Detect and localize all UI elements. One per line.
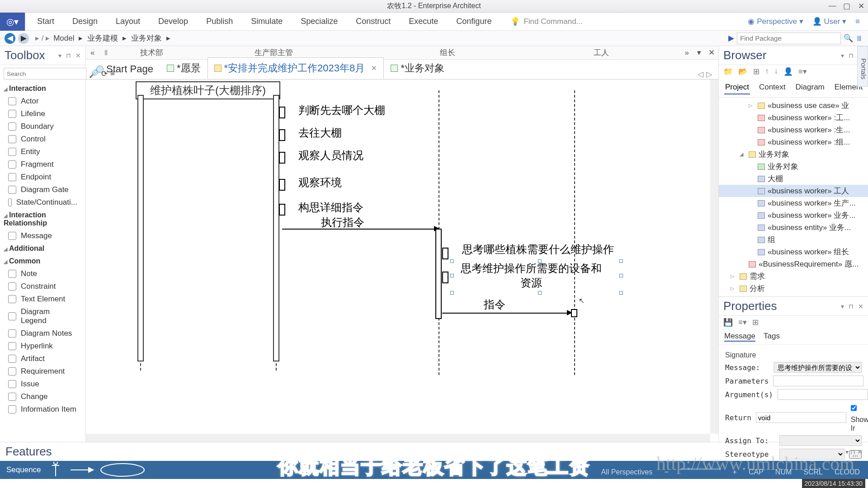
toolbox-item[interactable]: Control [0, 133, 85, 145]
close-icon[interactable]: ✕ [705, 48, 718, 57]
close-icon[interactable]: ✕ [857, 2, 865, 10]
toolbox-item[interactable]: Diagram Notes [0, 327, 85, 340]
toolbox-item[interactable]: Actor [0, 95, 85, 108]
perspective-dropdown[interactable]: ◉ Perspective ▾ [748, 17, 803, 26]
toolbox-item[interactable]: Text Element [0, 293, 85, 305]
browser-tab-project[interactable]: Project [724, 81, 750, 94]
expand-icon[interactable]: ◢ [740, 151, 746, 157]
breadcrumb-part[interactable]: Model [53, 34, 74, 43]
breadcrumb-part[interactable]: 业务对象 [131, 33, 162, 43]
tree-row[interactable]: «business worker» :工... [719, 112, 868, 124]
menu-construct[interactable]: Construct [355, 13, 392, 30]
message[interactable]: 观察环境 [298, 175, 342, 190]
toolbox-item[interactable]: Message [0, 230, 85, 242]
show-checkbox[interactable] [851, 403, 857, 413]
toolbox-item[interactable]: Endpoint [0, 171, 85, 183]
hamburger-icon[interactable]: ≡▾ [798, 67, 807, 76]
message-dropdown[interactable]: 思考维护操作所需要的设 [774, 362, 862, 373]
selection-handle[interactable] [619, 291, 623, 295]
browser-tab-diagram[interactable]: Diagram [795, 81, 826, 94]
assign-dropdown[interactable] [779, 435, 862, 446]
diagram-canvas[interactable]: 维护植株叶子(大棚排序) 判断先去哪个大棚 去往大棚 观察人员情况 观察环境 构… [86, 80, 718, 442]
nav-forward-icon[interactable]: ▶ [18, 33, 29, 44]
expand-icon[interactable]: ▷ [731, 273, 737, 279]
menu-more-icon[interactable]: ≡ [855, 17, 860, 26]
toolbox-item[interactable]: Change [0, 390, 85, 403]
tree-row[interactable]: «business worker» 组长 [719, 246, 868, 258]
tree-row[interactable]: ▷需求 [719, 270, 868, 282]
message[interactable]: 观察人员情况 [298, 148, 363, 163]
structure-icon[interactable]: ⫴ [99, 48, 113, 57]
chevron-down-icon[interactable]: ▾ [845, 448, 849, 455]
tree-row[interactable]: «business entity» 业务... [719, 221, 868, 234]
grid-icon[interactable]: ⊞ [753, 67, 760, 76]
toolbox-item[interactable]: Lifeline [0, 108, 85, 120]
expand-icon[interactable]: ▷ [749, 103, 755, 108]
user-dropdown[interactable]: 👤 User ▾ [812, 17, 846, 26]
prop-tab-tags[interactable]: Tags [764, 332, 780, 342]
chevron-down-icon[interactable]: ▾ [841, 52, 844, 59]
menu-execute[interactable]: Execute [408, 13, 439, 30]
tree-row[interactable]: «business worker» 工人 [719, 185, 868, 197]
menu-simulate[interactable]: Simulate [250, 13, 283, 30]
close-icon[interactable]: ✕ [75, 52, 81, 59]
chevron-down-icon[interactable]: ▾ [693, 48, 705, 57]
new-folder-icon[interactable]: 📁 [723, 67, 733, 76]
hamburger-icon[interactable]: ≡▾ [738, 318, 747, 327]
tree-row[interactable]: «business worker» 生产... [719, 197, 868, 209]
down-icon[interactable]: ↓ [774, 67, 778, 76]
breadcrumb-root[interactable]: ▸ / ▸ [35, 33, 50, 43]
menu-develop[interactable]: Develop [157, 13, 189, 30]
toolbox-group[interactable]: Interaction Relationship [0, 209, 85, 230]
toolbox-item[interactable]: Entity [0, 145, 85, 158]
collapse-right-icon[interactable]: » [680, 48, 693, 57]
selection-handle[interactable] [450, 291, 454, 295]
tree-row[interactable]: «business worker» :生... [719, 124, 868, 136]
pin-icon[interactable]: ⊓ [849, 52, 854, 59]
tab-nav-right-icon[interactable]: ▷ [703, 70, 715, 79]
close-icon[interactable]: ✕ [858, 303, 863, 310]
tab-business-object[interactable]: *业务对象 [384, 57, 451, 79]
new-package-icon[interactable]: 📂 [738, 67, 748, 76]
scrollbar-vertical[interactable] [710, 80, 718, 434]
menu-layout[interactable]: Layout [115, 13, 141, 30]
toolbox-item[interactable]: Issue [0, 378, 85, 390]
menu-design[interactable]: Design [71, 13, 99, 30]
message[interactable]: 思考哪些植株需要什么维护操作 [457, 242, 619, 257]
maximize-icon[interactable]: ▢ [843, 2, 851, 10]
menu-specialize[interactable]: Specialize [300, 13, 339, 30]
tab-nav-left-icon[interactable]: ◁ [698, 70, 703, 79]
nav-back-icon[interactable]: ◀ [5, 33, 15, 44]
tree-row[interactable]: «business worker» :组... [719, 136, 868, 148]
pin-icon[interactable]: ⊓ [849, 303, 854, 310]
message-selected[interactable]: 思考维护操作所需要的设备和资源 [457, 261, 606, 290]
portals-tab[interactable]: Portals [857, 46, 868, 87]
toolbox-item[interactable]: State/Continuati... [0, 196, 85, 209]
selection-handle[interactable] [538, 291, 542, 295]
browser-tab-context[interactable]: Context [758, 81, 787, 94]
return-input[interactable] [756, 412, 846, 423]
person-icon[interactable]: 👤 [783, 67, 793, 76]
scrollbar-horizontal[interactable] [86, 434, 710, 442]
toolbox-item[interactable]: Constraint [0, 280, 85, 293]
toolbox-item[interactable]: Fragment [0, 158, 85, 171]
expand-icon[interactable]: ▷ [731, 286, 737, 291]
lifeline-tech[interactable] [140, 95, 141, 371]
toolbox-item[interactable]: Boundary [0, 120, 85, 133]
tree-row[interactable]: ◢业务对象 [719, 148, 868, 160]
toolbox-item[interactable]: Information Item [0, 403, 85, 416]
status-perspectives[interactable]: All Perspectives [601, 468, 652, 476]
selection-handle[interactable] [619, 259, 623, 263]
tree-row[interactable]: 业务对象 [719, 160, 868, 173]
app-logo[interactable]: ◎▾ [0, 13, 25, 31]
tab-close-icon[interactable]: ✕ [371, 64, 377, 72]
structure-icon[interactable]: ⫼ [856, 34, 863, 43]
message[interactable]: 去往大棚 [298, 126, 342, 140]
tree-row[interactable]: «business worker» 业务... [719, 209, 868, 221]
toolbox-item[interactable]: Note [0, 267, 85, 280]
toolbox-item[interactable]: Diagram Legend [0, 305, 85, 327]
tab-vision[interactable]: *愿景 [160, 57, 208, 79]
find-command[interactable]: 💡 Find Command... [510, 17, 582, 26]
message[interactable]: 指令 [484, 297, 505, 312]
tree-row[interactable]: 组 [719, 234, 868, 246]
